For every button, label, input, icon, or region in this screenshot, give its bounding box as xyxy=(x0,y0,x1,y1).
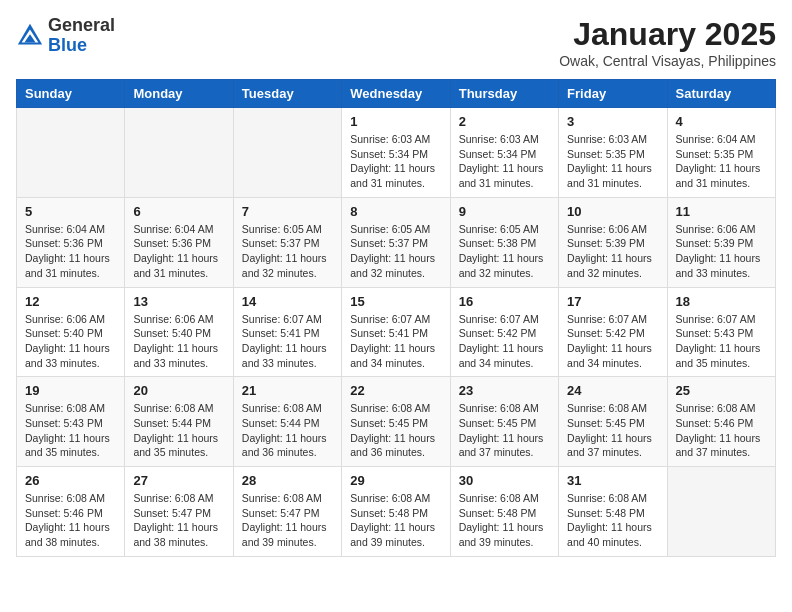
table-row: 29Sunrise: 6:08 AMSunset: 5:48 PMDayligh… xyxy=(342,467,450,557)
day-info: Sunrise: 6:05 AMSunset: 5:37 PMDaylight:… xyxy=(350,222,441,281)
logo-blue-text: Blue xyxy=(48,36,115,56)
table-row: 21Sunrise: 6:08 AMSunset: 5:44 PMDayligh… xyxy=(233,377,341,467)
table-row: 31Sunrise: 6:08 AMSunset: 5:48 PMDayligh… xyxy=(559,467,667,557)
calendar-week-row: 19Sunrise: 6:08 AMSunset: 5:43 PMDayligh… xyxy=(17,377,776,467)
day-info: Sunrise: 6:08 AMSunset: 5:45 PMDaylight:… xyxy=(567,401,658,460)
calendar-week-row: 26Sunrise: 6:08 AMSunset: 5:46 PMDayligh… xyxy=(17,467,776,557)
table-row: 6Sunrise: 6:04 AMSunset: 5:36 PMDaylight… xyxy=(125,197,233,287)
day-number: 31 xyxy=(567,473,658,488)
day-number: 8 xyxy=(350,204,441,219)
day-info: Sunrise: 6:03 AMSunset: 5:34 PMDaylight:… xyxy=(350,132,441,191)
day-number: 30 xyxy=(459,473,550,488)
day-info: Sunrise: 6:07 AMSunset: 5:42 PMDaylight:… xyxy=(567,312,658,371)
day-info: Sunrise: 6:07 AMSunset: 5:41 PMDaylight:… xyxy=(242,312,333,371)
table-row: 7Sunrise: 6:05 AMSunset: 5:37 PMDaylight… xyxy=(233,197,341,287)
table-row: 16Sunrise: 6:07 AMSunset: 5:42 PMDayligh… xyxy=(450,287,558,377)
header-sunday: Sunday xyxy=(17,80,125,108)
day-info: Sunrise: 6:08 AMSunset: 5:48 PMDaylight:… xyxy=(567,491,658,550)
day-info: Sunrise: 6:08 AMSunset: 5:48 PMDaylight:… xyxy=(459,491,550,550)
table-row: 14Sunrise: 6:07 AMSunset: 5:41 PMDayligh… xyxy=(233,287,341,377)
calendar-header-row: Sunday Monday Tuesday Wednesday Thursday… xyxy=(17,80,776,108)
day-info: Sunrise: 6:03 AMSunset: 5:35 PMDaylight:… xyxy=(567,132,658,191)
header-saturday: Saturday xyxy=(667,80,775,108)
calendar-table: Sunday Monday Tuesday Wednesday Thursday… xyxy=(16,79,776,557)
day-number: 16 xyxy=(459,294,550,309)
day-info: Sunrise: 6:08 AMSunset: 5:44 PMDaylight:… xyxy=(133,401,224,460)
day-info: Sunrise: 6:08 AMSunset: 5:48 PMDaylight:… xyxy=(350,491,441,550)
table-row: 20Sunrise: 6:08 AMSunset: 5:44 PMDayligh… xyxy=(125,377,233,467)
day-number: 22 xyxy=(350,383,441,398)
table-row: 8Sunrise: 6:05 AMSunset: 5:37 PMDaylight… xyxy=(342,197,450,287)
day-number: 10 xyxy=(567,204,658,219)
day-number: 15 xyxy=(350,294,441,309)
header-thursday: Thursday xyxy=(450,80,558,108)
table-row xyxy=(17,108,125,198)
table-row: 28Sunrise: 6:08 AMSunset: 5:47 PMDayligh… xyxy=(233,467,341,557)
day-number: 20 xyxy=(133,383,224,398)
day-number: 18 xyxy=(676,294,767,309)
day-number: 14 xyxy=(242,294,333,309)
table-row: 18Sunrise: 6:07 AMSunset: 5:43 PMDayligh… xyxy=(667,287,775,377)
day-info: Sunrise: 6:06 AMSunset: 5:40 PMDaylight:… xyxy=(133,312,224,371)
day-info: Sunrise: 6:08 AMSunset: 5:47 PMDaylight:… xyxy=(242,491,333,550)
table-row: 13Sunrise: 6:06 AMSunset: 5:40 PMDayligh… xyxy=(125,287,233,377)
page-subtitle: Owak, Central Visayas, Philippines xyxy=(559,53,776,69)
table-row: 24Sunrise: 6:08 AMSunset: 5:45 PMDayligh… xyxy=(559,377,667,467)
table-row: 15Sunrise: 6:07 AMSunset: 5:41 PMDayligh… xyxy=(342,287,450,377)
table-row: 11Sunrise: 6:06 AMSunset: 5:39 PMDayligh… xyxy=(667,197,775,287)
day-info: Sunrise: 6:07 AMSunset: 5:43 PMDaylight:… xyxy=(676,312,767,371)
day-info: Sunrise: 6:08 AMSunset: 5:45 PMDaylight:… xyxy=(350,401,441,460)
table-row: 1Sunrise: 6:03 AMSunset: 5:34 PMDaylight… xyxy=(342,108,450,198)
table-row xyxy=(233,108,341,198)
day-number: 29 xyxy=(350,473,441,488)
day-info: Sunrise: 6:08 AMSunset: 5:47 PMDaylight:… xyxy=(133,491,224,550)
header-tuesday: Tuesday xyxy=(233,80,341,108)
day-info: Sunrise: 6:07 AMSunset: 5:42 PMDaylight:… xyxy=(459,312,550,371)
day-number: 27 xyxy=(133,473,224,488)
day-number: 28 xyxy=(242,473,333,488)
day-number: 9 xyxy=(459,204,550,219)
day-number: 4 xyxy=(676,114,767,129)
logo-general-text: General xyxy=(48,16,115,36)
table-row: 4Sunrise: 6:04 AMSunset: 5:35 PMDaylight… xyxy=(667,108,775,198)
day-info: Sunrise: 6:04 AMSunset: 5:36 PMDaylight:… xyxy=(133,222,224,281)
day-info: Sunrise: 6:08 AMSunset: 5:46 PMDaylight:… xyxy=(25,491,116,550)
day-info: Sunrise: 6:05 AMSunset: 5:38 PMDaylight:… xyxy=(459,222,550,281)
day-info: Sunrise: 6:06 AMSunset: 5:40 PMDaylight:… xyxy=(25,312,116,371)
calendar-week-row: 1Sunrise: 6:03 AMSunset: 5:34 PMDaylight… xyxy=(17,108,776,198)
header-friday: Friday xyxy=(559,80,667,108)
day-number: 2 xyxy=(459,114,550,129)
table-row: 25Sunrise: 6:08 AMSunset: 5:46 PMDayligh… xyxy=(667,377,775,467)
day-number: 26 xyxy=(25,473,116,488)
day-number: 5 xyxy=(25,204,116,219)
day-info: Sunrise: 6:07 AMSunset: 5:41 PMDaylight:… xyxy=(350,312,441,371)
day-number: 3 xyxy=(567,114,658,129)
table-row: 30Sunrise: 6:08 AMSunset: 5:48 PMDayligh… xyxy=(450,467,558,557)
table-row: 23Sunrise: 6:08 AMSunset: 5:45 PMDayligh… xyxy=(450,377,558,467)
day-info: Sunrise: 6:06 AMSunset: 5:39 PMDaylight:… xyxy=(676,222,767,281)
calendar-week-row: 5Sunrise: 6:04 AMSunset: 5:36 PMDaylight… xyxy=(17,197,776,287)
table-row xyxy=(125,108,233,198)
table-row: 2Sunrise: 6:03 AMSunset: 5:34 PMDaylight… xyxy=(450,108,558,198)
header-wednesday: Wednesday xyxy=(342,80,450,108)
calendar-week-row: 12Sunrise: 6:06 AMSunset: 5:40 PMDayligh… xyxy=(17,287,776,377)
day-info: Sunrise: 6:06 AMSunset: 5:39 PMDaylight:… xyxy=(567,222,658,281)
title-block: January 2025 Owak, Central Visayas, Phil… xyxy=(559,16,776,69)
logo: General Blue xyxy=(16,16,115,56)
page-header: General Blue January 2025 Owak, Central … xyxy=(16,16,776,69)
header-monday: Monday xyxy=(125,80,233,108)
table-row: 9Sunrise: 6:05 AMSunset: 5:38 PMDaylight… xyxy=(450,197,558,287)
table-row: 17Sunrise: 6:07 AMSunset: 5:42 PMDayligh… xyxy=(559,287,667,377)
day-number: 13 xyxy=(133,294,224,309)
day-number: 25 xyxy=(676,383,767,398)
page-title: January 2025 xyxy=(559,16,776,53)
day-number: 24 xyxy=(567,383,658,398)
day-number: 11 xyxy=(676,204,767,219)
table-row: 12Sunrise: 6:06 AMSunset: 5:40 PMDayligh… xyxy=(17,287,125,377)
day-info: Sunrise: 6:08 AMSunset: 5:45 PMDaylight:… xyxy=(459,401,550,460)
day-info: Sunrise: 6:08 AMSunset: 5:44 PMDaylight:… xyxy=(242,401,333,460)
table-row: 26Sunrise: 6:08 AMSunset: 5:46 PMDayligh… xyxy=(17,467,125,557)
table-row: 19Sunrise: 6:08 AMSunset: 5:43 PMDayligh… xyxy=(17,377,125,467)
day-info: Sunrise: 6:05 AMSunset: 5:37 PMDaylight:… xyxy=(242,222,333,281)
table-row: 3Sunrise: 6:03 AMSunset: 5:35 PMDaylight… xyxy=(559,108,667,198)
